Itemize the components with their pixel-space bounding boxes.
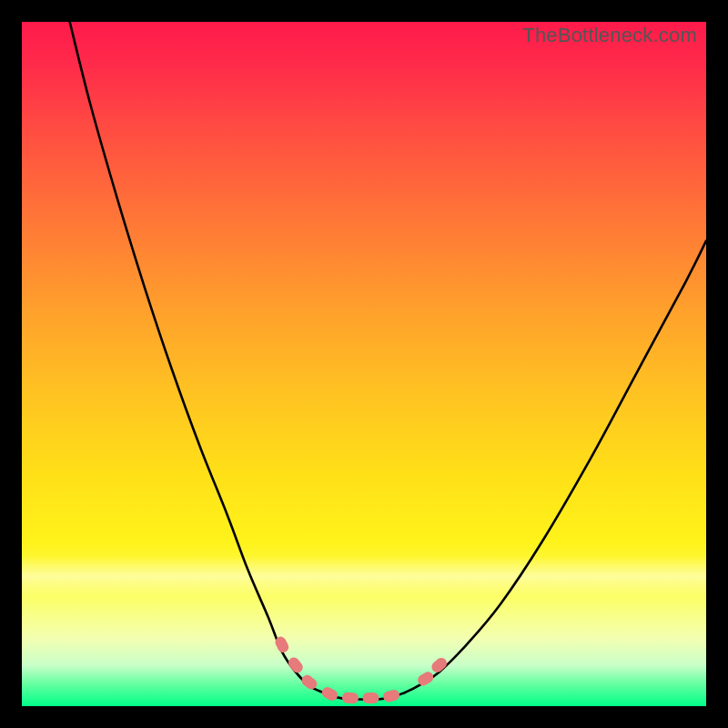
curve-marker — [342, 692, 359, 703]
curve-marker — [320, 685, 339, 703]
curve-marker — [382, 689, 400, 703]
watermark-text: TheBottleneck.com — [522, 24, 697, 47]
plot-area: TheBottleneck.com — [22, 22, 706, 706]
curve-marker — [286, 655, 305, 675]
curve-marker — [430, 655, 449, 674]
curve-markers — [273, 635, 449, 704]
bottleneck-line — [70, 22, 706, 700]
chart-frame: TheBottleneck.com — [0, 0, 728, 728]
curve-marker — [363, 693, 379, 703]
bottleneck-curve — [70, 22, 706, 700]
curve-layer — [22, 22, 706, 706]
